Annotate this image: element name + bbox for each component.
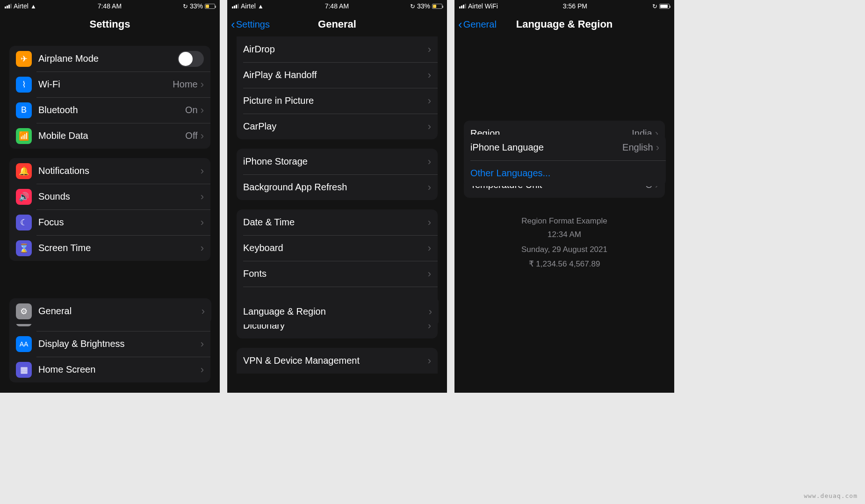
screen-settings: Airtel ▲ 7:48 AM ↻ 33% Settings ✈ Airpla… — [0, 0, 220, 393]
language-group: iPhone Language English › Other Language… — [464, 135, 666, 186]
text-size-icon: AA — [16, 336, 32, 352]
row-pip[interactable]: Picture in Picture› — [237, 88, 438, 114]
nav-bar: ‹ Settings General — [227, 12, 447, 36]
status-time: 7:48 AM — [98, 2, 122, 10]
row-airplane-mode[interactable]: ✈ Airplane Mode — [9, 46, 210, 72]
orientation-lock-icon: ↻ — [652, 3, 657, 10]
chevron-right-icon: › — [202, 305, 205, 317]
carrier-label: Airtel — [241, 2, 256, 10]
row-bluetooth[interactable]: B Bluetooth On › — [9, 97, 210, 123]
status-bar: Airtel ▲ 7:48 AM ↻ 33% — [227, 0, 447, 12]
row-language-region[interactable]: Language & Region › — [237, 299, 439, 324]
row-mobile-data[interactable]: 📶 Mobile Data Off › — [9, 123, 210, 149]
row-fonts[interactable]: Fonts› — [237, 261, 438, 287]
carrier-label: Airtel — [14, 2, 29, 10]
row-airdrop[interactable]: AirDrop› — [237, 36, 438, 62]
antenna-icon: 📶 — [16, 128, 32, 144]
grid-icon: ▦ — [16, 362, 32, 378]
row-screen-time[interactable]: ⌛ Screen Time › — [9, 235, 210, 261]
group-4: VPN & Device Management› — [237, 348, 438, 374]
row-vpn[interactable]: VPN & Device Management› — [237, 348, 438, 374]
row-notifications[interactable]: 🔔 Notifications › — [9, 158, 210, 184]
chevron-right-icon: › — [428, 355, 431, 367]
orientation-lock-icon: ↻ — [183, 3, 188, 10]
screen-language-region: Airtel WiFi 3:56 PM ↻ ‹ General Language… — [454, 0, 674, 393]
row-iphone-language[interactable]: iPhone Language English › — [464, 135, 666, 160]
chevron-left-icon: ‹ — [458, 18, 462, 30]
nav-bar: Settings — [0, 12, 220, 36]
chevron-right-icon: › — [428, 121, 431, 133]
chevron-right-icon: › — [428, 216, 431, 229]
wifi-icon: ▲ — [258, 3, 264, 10]
signal-icon — [459, 4, 466, 8]
chevron-left-icon: ‹ — [231, 18, 235, 30]
group-2: iPhone Storage› Background App Refresh› — [237, 149, 438, 200]
chevron-right-icon: › — [428, 181, 431, 194]
chevron-right-icon: › — [201, 79, 204, 91]
watermark: www.deuaq.com — [804, 492, 858, 499]
chevron-right-icon: › — [201, 338, 204, 350]
chevron-right-icon: › — [201, 216, 204, 229]
battery-icon — [659, 4, 670, 9]
battery-pct: 33% — [417, 2, 430, 10]
row-keyboard[interactable]: Keyboard› — [237, 235, 438, 261]
bluetooth-icon: B — [16, 102, 32, 118]
airplane-icon: ✈ — [16, 51, 32, 67]
back-button[interactable]: ‹ Settings — [231, 18, 270, 30]
row-airplay-handoff[interactable]: AirPlay & Handoff› — [237, 62, 438, 88]
row-date-time[interactable]: Date & Time› — [237, 209, 438, 235]
chevron-right-icon: › — [428, 242, 431, 254]
nav-bar: ‹ General Language & Region — [454, 12, 674, 36]
row-carplay[interactable]: CarPlay› — [237, 114, 438, 139]
row-iphone-storage[interactable]: iPhone Storage› — [237, 149, 438, 174]
chevron-right-icon: › — [429, 306, 432, 318]
chevron-right-icon: › — [201, 165, 204, 177]
wifi-icon: ⌇ — [16, 77, 32, 93]
row-focus[interactable]: ☾ Focus › — [9, 209, 210, 235]
chevron-right-icon: › — [428, 43, 431, 56]
battery-icon — [432, 4, 442, 9]
chevron-right-icon: › — [201, 191, 204, 203]
chevron-right-icon: › — [428, 156, 431, 168]
bell-icon: 🔔 — [16, 163, 32, 179]
connectivity-group: ✈ Airplane Mode ⌇ Wi-Fi Home › B Bluetoo… — [9, 46, 210, 149]
wifi-icon: ▲ — [30, 3, 36, 10]
notifications-group: 🔔 Notifications › 🔊 Sounds › ☾ Focus › ⌛… — [9, 158, 210, 261]
row-background-refresh[interactable]: Background App Refresh› — [237, 174, 438, 200]
orientation-lock-icon: ↻ — [410, 3, 415, 10]
battery-pct: 33% — [190, 2, 203, 10]
speaker-icon: 🔊 — [16, 189, 32, 205]
status-bar: Airtel ▲ 7:48 AM ↻ 33% — [0, 0, 220, 12]
chevron-right-icon: › — [201, 130, 204, 142]
carrier-label: Airtel WiFi — [468, 2, 498, 10]
chevron-right-icon: › — [201, 364, 204, 376]
row-other-languages[interactable]: Other Languages... — [464, 160, 666, 186]
row-wifi[interactable]: ⌇ Wi-Fi Home › — [9, 72, 210, 97]
signal-icon — [5, 4, 12, 8]
group-1: AirDrop› AirPlay & Handoff› Picture in P… — [237, 36, 438, 139]
gear-icon: ⚙ — [16, 303, 32, 319]
row-home-screen[interactable]: ▦ Home Screen › — [9, 357, 210, 382]
hourglass-icon: ⌛ — [16, 240, 32, 256]
chevron-right-icon: › — [656, 142, 659, 154]
chevron-right-icon: › — [428, 268, 431, 280]
chevron-right-icon: › — [428, 69, 431, 81]
status-time: 3:56 PM — [563, 2, 587, 10]
row-general[interactable]: ⚙ General › — [9, 298, 211, 324]
chevron-right-icon: › — [201, 104, 204, 116]
airplane-toggle[interactable] — [178, 51, 204, 67]
screen-general: Airtel ▲ 7:48 AM ↻ 33% ‹ Settings Genera… — [227, 0, 447, 393]
page-title: Language & Region — [516, 18, 613, 30]
moon-icon: ☾ — [16, 215, 32, 230]
row-display-brightness[interactable]: AA Display & Brightness › — [9, 331, 210, 357]
chevron-right-icon: › — [201, 242, 204, 254]
status-bar: Airtel WiFi 3:56 PM ↻ — [454, 0, 674, 12]
row-sounds[interactable]: 🔊 Sounds › — [9, 184, 210, 209]
back-button[interactable]: ‹ General — [458, 18, 497, 30]
battery-icon — [205, 4, 215, 9]
page-title: Settings — [90, 18, 130, 30]
chevron-right-icon: › — [428, 95, 431, 107]
region-format-example: Region Format Example 12:34 AM Sunday, 2… — [464, 216, 665, 270]
status-time: 7:48 AM — [325, 2, 349, 10]
signal-icon — [232, 4, 239, 8]
